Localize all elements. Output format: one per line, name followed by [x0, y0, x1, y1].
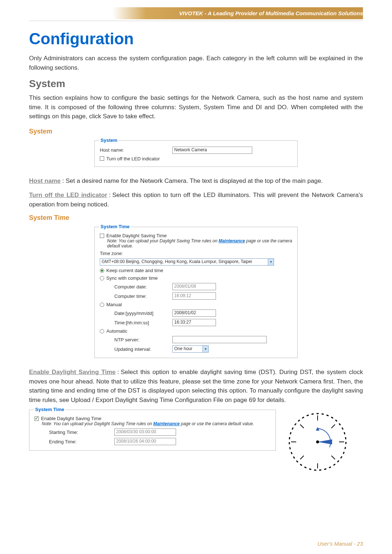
keep-current-label: Keep current date and time	[106, 268, 163, 273]
computer-date-label: Computer date:	[114, 284, 172, 290]
chevron-down-icon: ▾	[203, 346, 208, 352]
footer-page-number: 23	[357, 541, 363, 547]
manual-label: Manual	[106, 302, 122, 307]
dst-note-suffix-2: page or use the camera default value.	[180, 421, 254, 426]
chevron-down-icon: ▾	[268, 259, 274, 265]
led-term: Turn off the LED indicator	[29, 192, 107, 198]
system-time-fieldset: System Time Enable Daylight Saving Time …	[94, 227, 298, 358]
computer-time-input: 16:09:12	[172, 292, 216, 300]
enable-dst-checkbox-2[interactable]	[34, 416, 39, 421]
led-checkbox[interactable]	[100, 156, 104, 161]
manual-date-label: Date:[yyyy/mm/dd]	[114, 311, 172, 316]
ending-time-label: Ending Time:	[49, 439, 114, 444]
dst-note-prefix: Note: You can upload your Daylight Savin…	[107, 238, 219, 243]
interval-select[interactable]: One hour ▾	[172, 345, 209, 353]
page-title: Configuration	[29, 30, 363, 48]
interval-value: One hour	[174, 346, 192, 351]
sync-computer-radio[interactable]	[100, 276, 104, 280]
system-time-sub-heading: System Time	[29, 214, 363, 222]
manual-time-input[interactable]: 16:33:27	[172, 319, 216, 326]
dst-note-2: Note: You can upload your Daylight Savin…	[42, 421, 270, 426]
host-name-term: Host name	[29, 177, 61, 184]
system-time-legend: System Time	[99, 224, 131, 229]
automatic-radio[interactable]	[100, 329, 104, 333]
enable-dst-label-2: Enable Daylight Saving Time	[41, 416, 101, 421]
manual-time-label: Time:[hh:mm:ss]	[114, 320, 172, 325]
keep-current-radio[interactable]	[100, 268, 104, 273]
host-name-label: Host name:	[100, 147, 172, 153]
host-name-text: Set a desired name for the Network Camer…	[66, 177, 323, 184]
dst-fieldset: System Time Enable Daylight Saving Time …	[29, 410, 276, 451]
svg-line-5	[300, 424, 304, 428]
sync-computer-label: Sync with computer time	[106, 275, 158, 281]
svg-line-7	[300, 456, 304, 459]
host-name-paragraph: Host name:Set a desired name for the Net…	[29, 176, 363, 186]
dst-paragraph: Enable Daylight Saving Time:Select this …	[29, 368, 363, 405]
ntp-input[interactable]	[172, 336, 267, 343]
enable-dst-checkbox[interactable]	[100, 234, 104, 238]
ntp-label: NTP server:	[114, 337, 172, 342]
ending-time-input: 2008/10/26 04:00:00	[114, 438, 176, 445]
page-header-tagline: VIVOTEK - A Leading Provider of Multimed…	[29, 7, 363, 19]
svg-point-11	[316, 440, 319, 443]
dst-note-prefix-2: Note: You can upload your Daylight Savin…	[42, 421, 153, 426]
manual-radio[interactable]	[100, 303, 104, 307]
clock-illustration	[287, 411, 348, 473]
starting-time-label: Starting Time:	[49, 430, 114, 435]
manual-date-input[interactable]: 2008/01/02	[172, 309, 216, 317]
starting-time-input: 2008/03/30 03:00:00	[114, 428, 176, 436]
led-paragraph: Turn off the LED indicator:Select this o…	[29, 190, 363, 209]
system-heading: System	[29, 78, 363, 90]
system-body: This section explains how to configure t…	[29, 93, 363, 121]
divider	[29, 21, 363, 21]
led-checkbox-label: Turn off the LED indicator	[106, 156, 160, 161]
svg-line-8	[331, 456, 335, 459]
system-sub-heading: System	[29, 128, 363, 135]
automatic-label: Automatic	[106, 328, 127, 334]
timezone-value: GMT+08:00 Beijing, Chongqing, Hong Kong,…	[102, 259, 252, 264]
dst-fieldset-legend: System Time	[34, 407, 66, 412]
svg-marker-9	[318, 439, 332, 444]
page-footer: User's Manual - 23	[318, 541, 363, 547]
timezone-select[interactable]: GMT+08:00 Beijing, Chongqing, Hong Kong,…	[100, 258, 274, 266]
maintenance-link[interactable]: Maintenance	[219, 238, 245, 243]
host-name-input[interactable]: Network Camera	[172, 147, 252, 154]
computer-time-label: Computer time:	[114, 294, 172, 299]
footer-text: User's Manual -	[318, 541, 357, 547]
system-fieldset-legend: System	[99, 138, 119, 143]
maintenance-link-2[interactable]: Maintenance	[153, 421, 180, 426]
computer-date-input: 2008/01/08	[172, 283, 216, 290]
svg-line-6	[331, 424, 335, 428]
enable-dst-label: Enable Daylight Saving Time	[106, 233, 167, 238]
interval-label: Updating interval:	[114, 346, 172, 352]
timezone-label: Time zone:	[100, 251, 123, 256]
intro-paragraph: Only Administrators can access the syste…	[29, 54, 363, 72]
dst-term: Enable Daylight Saving Time	[29, 369, 116, 376]
system-fieldset: System Host name: Network Camera Turn of…	[94, 140, 298, 167]
dst-note: Note: You can upload your Daylight Savin…	[107, 238, 292, 249]
